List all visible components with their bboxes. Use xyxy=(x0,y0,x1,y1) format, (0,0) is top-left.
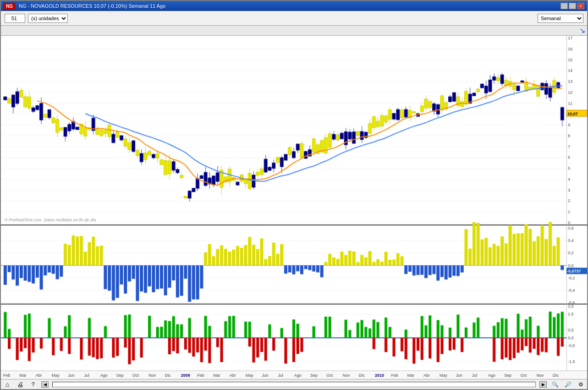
nav-strip: ↘ xyxy=(1,26,587,36)
ticker-badge: NG xyxy=(4,3,15,10)
toolbar-left: (x) unidades xyxy=(5,14,68,23)
chart-area xyxy=(1,36,587,379)
maximize-button[interactable]: □ xyxy=(569,3,576,9)
print-icon[interactable]: 🖨 xyxy=(16,380,25,389)
window-controls: _ □ × xyxy=(561,3,584,9)
scroll-right-button[interactable]: ▶ xyxy=(539,381,547,388)
timeframe-select[interactable]: Semanal Diario Mensual xyxy=(538,14,583,23)
main-window: NG NG - NOVAGOLD RESOURCES 10,07 (-0,10%… xyxy=(0,0,588,390)
main-chart-canvas xyxy=(1,36,587,379)
title-text: NG - NOVAGOLD RESOURCES 10,07 (-0,10%) S… xyxy=(19,3,165,9)
units-select[interactable]: (x) unidades xyxy=(28,14,68,23)
nav-arrow-icon[interactable]: ↘ xyxy=(579,26,585,35)
scroll-left-button[interactable]: ◀ xyxy=(41,381,49,388)
toolbar-right: Semanal Diario Mensual xyxy=(538,14,583,23)
settings-icon[interactable]: ⚙ xyxy=(576,380,585,389)
scrollbar[interactable] xyxy=(52,382,536,387)
title-bar: NG NG - NOVAGOLD RESOURCES 10,07 (-0,10%… xyxy=(1,1,587,11)
help-icon[interactable]: ? xyxy=(28,380,38,389)
minimize-button[interactable]: _ xyxy=(561,3,568,9)
zoom-out-icon[interactable]: 🔎 xyxy=(563,380,572,389)
home-icon[interactable]: ⌂ xyxy=(3,380,12,389)
zoom-in-icon[interactable]: 🔍 xyxy=(550,380,560,389)
units-input[interactable] xyxy=(5,14,25,23)
statusbar: ⌂ 🖨 ? ◀ ▶ 🔍 🔎 ⚙ xyxy=(1,379,587,389)
toolbar: (x) unidades Semanal Diario Mensual xyxy=(1,11,587,26)
close-button[interactable]: × xyxy=(577,3,584,9)
